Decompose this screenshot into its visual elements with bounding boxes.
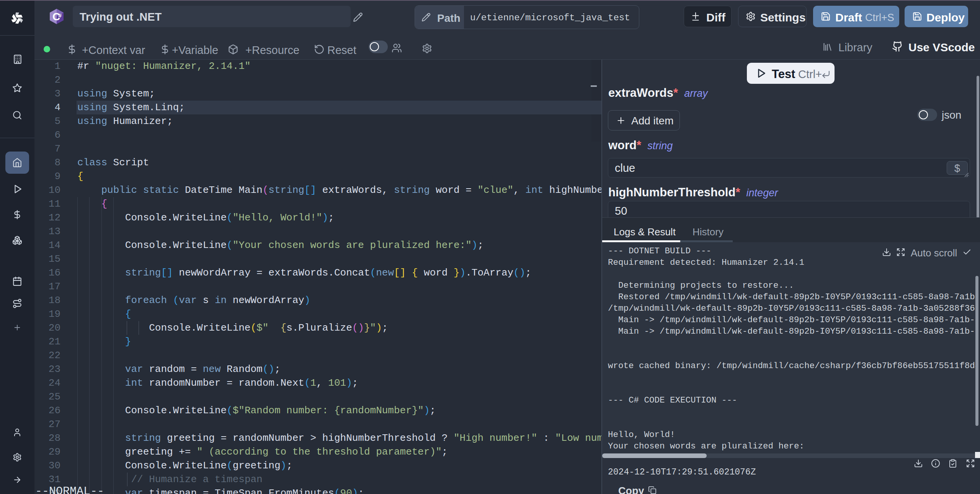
svg-text:#: #	[59, 12, 62, 19]
